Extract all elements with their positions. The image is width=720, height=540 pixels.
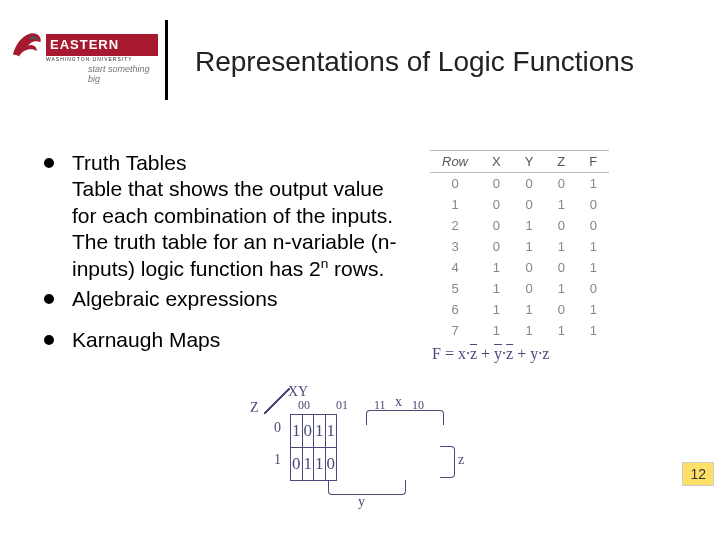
page-number: 12: [682, 462, 714, 486]
table-cell: 0: [480, 236, 513, 257]
table-cell: 0: [545, 173, 577, 195]
th-z: Z: [545, 151, 577, 173]
table-cell: 1: [545, 278, 577, 299]
table-row: 71111: [430, 320, 609, 341]
alg-t3b: z: [542, 345, 549, 362]
table-row: 20100: [430, 215, 609, 236]
table-cell: 1: [480, 278, 513, 299]
th-row: Row: [430, 151, 480, 173]
table-cell: 1: [577, 320, 609, 341]
table-cell: 0: [577, 215, 609, 236]
table-cell: 0: [480, 194, 513, 215]
table-cell: 3: [430, 236, 480, 257]
bullet-text: Karnaugh Maps: [72, 327, 220, 353]
table-cell: 1: [430, 194, 480, 215]
table-cell: 1: [577, 299, 609, 320]
table-cell: 0: [430, 173, 480, 195]
table-row: 00001: [430, 173, 609, 195]
table-cell: 4: [430, 257, 480, 278]
table-cell: 1: [577, 257, 609, 278]
table-cell: 0: [545, 257, 577, 278]
kmap-group-y-label: y: [358, 494, 365, 510]
kmap-group-x-bracket: [366, 410, 444, 425]
algebraic-expression: F = x·z + y·z + y·z: [432, 345, 549, 363]
alg-t2a: y: [494, 345, 502, 362]
kmap-group-y-bracket: [328, 480, 406, 495]
table-cell: 0: [513, 194, 546, 215]
kmap-col-01: 01: [336, 398, 348, 413]
table-cell: 5: [430, 278, 480, 299]
table-cell: 6: [430, 299, 480, 320]
kmap-cell: 1: [291, 415, 303, 448]
table-cell: 1: [545, 194, 577, 215]
table-cell: 0: [480, 173, 513, 195]
alg-t3a: y: [530, 345, 538, 362]
kmap-cell: 1: [325, 415, 337, 448]
slide: { "logo": { "main": "EASTERN", "sub": "W…: [0, 0, 720, 540]
alg-t1b: z: [470, 345, 477, 362]
bullet-icon: [44, 294, 54, 304]
kmap-cell: 1: [314, 448, 326, 481]
table-cell: 0: [577, 278, 609, 299]
kmap-row-var-label: Z: [250, 400, 259, 416]
truth-table-header-row: Row X Y Z F: [430, 151, 609, 173]
bullet-1-title: Truth Tables: [72, 151, 186, 174]
table-cell: 1: [513, 299, 546, 320]
table-cell: 1: [480, 299, 513, 320]
alg-plus1: +: [481, 345, 490, 362]
kmap-cell: 0: [291, 448, 303, 481]
table-cell: 7: [430, 320, 480, 341]
kmap-group-z-label: z: [458, 452, 464, 468]
alg-t2b: z: [506, 345, 513, 362]
table-cell: 1: [513, 215, 546, 236]
table-row: 41001: [430, 257, 609, 278]
slide-header: EASTERN WASHINGTON UNIVERSITY start some…: [0, 0, 720, 110]
bullet-icon: [44, 158, 54, 168]
header-divider: [165, 20, 168, 100]
kmap-grid: 1 0 1 1 0 1 1 0: [290, 414, 337, 481]
table-cell: 2: [430, 215, 480, 236]
kmap-row-1: 1: [274, 452, 281, 468]
university-logo: EASTERN WASHINGTON UNIVERSITY start some…: [10, 30, 160, 85]
table-row: 61101: [430, 299, 609, 320]
th-x: X: [480, 151, 513, 173]
kmap-cell: 1: [302, 448, 314, 481]
kmap-row-0: 0: [274, 420, 281, 436]
alg-t1a: x: [458, 345, 466, 362]
eagle-icon: [10, 28, 46, 60]
table-cell: 0: [480, 215, 513, 236]
table-row: 10010: [430, 194, 609, 215]
table-row: 30111: [430, 236, 609, 257]
alg-eq: =: [445, 345, 454, 362]
table-cell: 1: [480, 320, 513, 341]
kmap-cell: 0: [302, 415, 314, 448]
table-cell: 1: [545, 320, 577, 341]
kmap-group-z-bracket: [440, 446, 455, 478]
kmap-col-00: 00: [298, 398, 310, 413]
bullet-1-tail: rows.: [328, 257, 384, 280]
table-cell: 1: [545, 236, 577, 257]
bullet-icon: [44, 335, 54, 345]
table-cell: 1: [513, 320, 546, 341]
kmap-cell: 0: [325, 448, 337, 481]
alg-plus2: +: [517, 345, 526, 362]
th-f: F: [577, 151, 609, 173]
table-cell: 1: [480, 257, 513, 278]
table-cell: 1: [577, 236, 609, 257]
logo-main-text: EASTERN: [46, 34, 158, 56]
th-y: Y: [513, 151, 546, 173]
bullet-text: Truth Tables Table that shows the output…: [72, 150, 412, 282]
logo-sub-text: WASHINGTON UNIVERSITY: [46, 56, 133, 62]
table-cell: 0: [513, 257, 546, 278]
bullet-text: Algebraic expressions: [72, 286, 277, 312]
logo-tagline: start something big: [88, 64, 160, 84]
kmap-cell: 1: [314, 415, 326, 448]
table-cell: 1: [513, 236, 546, 257]
table-cell: 0: [513, 278, 546, 299]
table-cell: 0: [513, 173, 546, 195]
table-cell: 1: [577, 173, 609, 195]
slide-title: Representations of Logic Functions: [195, 46, 634, 78]
table-row: 51010: [430, 278, 609, 299]
alg-F: F: [432, 345, 441, 362]
table-cell: 0: [545, 215, 577, 236]
